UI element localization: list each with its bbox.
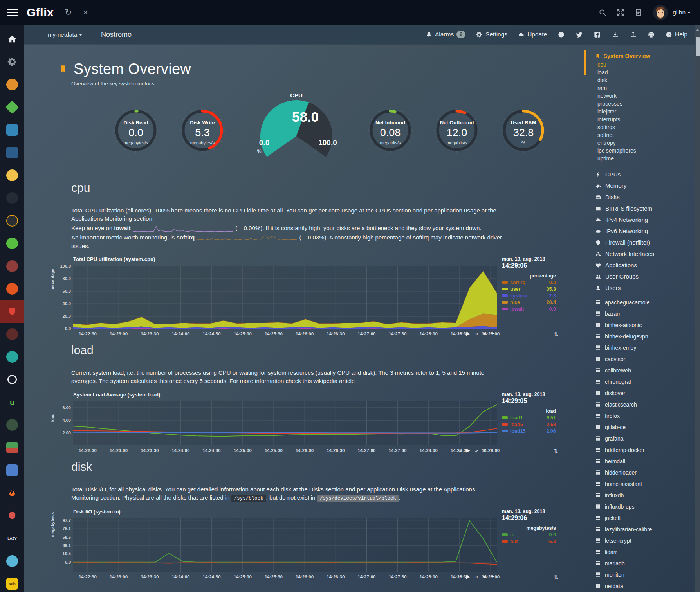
print-button[interactable] — [648, 31, 655, 38]
toc-item-binhex-delugevpn[interactable]: binhex-delugevpn — [584, 331, 698, 342]
toc-item-influxdb[interactable]: influxdb — [584, 489, 698, 501]
sidebar-app-icon-app-15[interactable] — [0, 345, 24, 368]
toc-item-applications[interactable]: Applications — [584, 259, 698, 271]
toc-item-users[interactable]: Users — [584, 282, 698, 293]
toc-item-elasticsearch[interactable]: elasticsearch — [584, 399, 698, 410]
legend-row-out[interactable]: out-5.3 — [502, 539, 556, 544]
user-avatar[interactable] — [653, 5, 668, 20]
toc-item-netdata[interactable]: netdata — [584, 580, 698, 592]
toc-item-network-interfaces[interactable]: Network Interfaces — [584, 248, 698, 259]
app-21-icon[interactable] — [0, 482, 24, 504]
toc-item-btrfs-filesystem[interactable]: BTRFS filesystem — [584, 203, 698, 214]
zoom-out-icon[interactable]: − — [491, 447, 494, 453]
sidebar-app-icon-app-19[interactable] — [0, 436, 24, 459]
sidebar-app-icon-app-5[interactable] — [0, 119, 24, 141]
legend-row-user[interactable]: user35.3 — [502, 286, 556, 292]
sidebar-app-icon-app-11[interactable] — [0, 255, 24, 277]
legend-row-softirq[interactable]: softirq0.0 — [502, 280, 556, 285]
zoom-out-icon[interactable]: − — [491, 331, 494, 336]
twitter-button[interactable] — [576, 31, 583, 38]
toc-item-user-groups[interactable]: User Groups — [584, 271, 698, 282]
sidebar-app-icon-app-10[interactable] — [0, 232, 24, 255]
toc-item-binhex-emby[interactable]: binhex-emby — [584, 342, 698, 353]
legend-row-iowait[interactable]: iowait0.0 — [502, 306, 556, 312]
toc-item-hddtemp-docker[interactable]: hddtemp-docker — [584, 444, 698, 455]
play-icon[interactable]: ▶ — [466, 331, 470, 336]
gauge-disk-read[interactable]: Disk Read0.0megabytes/s — [106, 108, 165, 178]
pan-forward-icon[interactable]: » — [475, 447, 478, 453]
zoom-out-icon[interactable]: − — [491, 574, 494, 579]
toc-item-system-overview[interactable]: System Overview — [584, 53, 698, 59]
legend-row-nice[interactable]: nice20.4 — [502, 300, 556, 305]
toc-item-ipv6-networking[interactable]: IPv6 Networking — [584, 225, 698, 237]
toc-item-interrupts[interactable]: interrupts — [597, 116, 698, 124]
changelog-icon[interactable] — [634, 8, 643, 17]
facebook-button[interactable] — [594, 31, 601, 38]
legend-row-load5[interactable]: load52.68 — [502, 422, 556, 427]
toc-item-processes[interactable]: processes — [597, 101, 698, 108]
server-dropdown[interactable]: my-netdata — [48, 31, 82, 38]
sidebar-app-icon-app-20[interactable] — [0, 459, 24, 482]
hamburger-menu-icon[interactable] — [7, 9, 18, 16]
refresh-icon[interactable]: ↻ — [65, 8, 72, 17]
toc-item-apacheguacamole[interactable]: apacheguacamole — [584, 297, 698, 308]
sidebar-app-icon-app-8[interactable] — [0, 187, 24, 209]
toc-item-grafana[interactable]: grafana — [584, 433, 698, 444]
import-button[interactable] — [630, 31, 637, 38]
toc-item-idlejitter[interactable]: idlejitter — [597, 108, 698, 116]
legend-row-load15[interactable]: load152.06 — [502, 428, 556, 434]
sidebar-app-icon-app-17[interactable]: u — [0, 391, 24, 414]
toc-item-cpus[interactable]: CPUs — [584, 169, 698, 180]
toc-item-letsencrypt[interactable]: letsencrypt — [584, 535, 698, 546]
toc-item-heimdall[interactable]: heimdall — [584, 455, 698, 467]
home-icon[interactable] — [0, 28, 24, 50]
username-menu[interactable]: gilbn — [673, 9, 691, 16]
settings-icon[interactable] — [0, 50, 24, 73]
legend-row-in[interactable]: in0.0 — [502, 532, 556, 538]
toc-item-ipc-semaphores[interactable]: ipc semaphores — [597, 148, 698, 155]
gauge-net-inbound[interactable]: Net Inbound0.08megabits/s — [361, 108, 420, 178]
toc-item-ram[interactable]: ram — [597, 85, 698, 93]
host-name[interactable]: Nostromo — [101, 31, 132, 39]
toc-item-load[interactable]: load — [597, 69, 698, 77]
disk-chart-plot-area[interactable]: 97.778.158.639.119.50.014:22:3014:23:001… — [52, 516, 500, 581]
toc-item-gitlab-ce[interactable]: gitlab-ce — [584, 421, 698, 433]
app-22-icon[interactable] — [0, 504, 24, 527]
app-13-icon[interactable] — [0, 300, 24, 323]
load-chart[interactable]: System Load Average (system.load)load6.0… — [52, 392, 561, 455]
load-chart-plot-area[interactable]: 6.004.002.0014:22:3014:23:0014:23:3014:2… — [52, 399, 500, 455]
gauge-used-ram[interactable]: Used RAM32.8% — [494, 108, 553, 178]
github-button[interactable] — [557, 31, 565, 38]
resize-handle-icon[interactable]: ⇅ — [553, 331, 558, 338]
toc-item-mariadb[interactable]: mariadb — [584, 558, 698, 569]
gauge-net-outbound[interactable]: Net Outbound12.0megabits/s — [428, 108, 486, 178]
toc-item-ipv4-networking[interactable]: IPv4 Networking — [584, 214, 698, 225]
toc-item-jackett[interactable]: jackett — [584, 512, 698, 524]
cpu-chart[interactable]: Total CPU utilization (system.cpu)percen… — [52, 256, 561, 338]
toc-item-cadvisor[interactable]: cadvisor — [584, 353, 698, 365]
scrollbar-thumb[interactable] — [696, 37, 700, 56]
fullscreen-icon[interactable] — [616, 8, 625, 17]
toc-item-calibreweb[interactable]: calibreweb — [584, 365, 698, 376]
resize-handle-icon[interactable]: ⇅ — [553, 448, 558, 455]
export-button[interactable] — [612, 31, 619, 38]
pan-forward-icon[interactable]: » — [475, 574, 478, 579]
gauge-disk-write[interactable]: Disk Write5.3megabytes/s — [173, 108, 232, 178]
zoom-in-icon[interactable]: + — [483, 447, 486, 453]
resize-handle-icon[interactable]: ⇅ — [553, 574, 558, 581]
pan-backward-icon[interactable]: « — [458, 574, 461, 579]
toc-item-firewall-netfilter-[interactable]: Firewall (netfilter) — [584, 237, 698, 248]
toc-item-entropy[interactable]: entropy — [597, 140, 698, 148]
close-tab-icon[interactable]: × — [83, 8, 88, 17]
toc-item-influxdb-ups[interactable]: influxdb-ups — [584, 501, 698, 512]
sidebar-app-icon-app-3[interactable] — [0, 73, 24, 96]
sidebar-app-icon-app-25[interactable]: sab — [0, 572, 24, 592]
sidebar-app-icon-app-23[interactable]: LAZY — [0, 527, 24, 550]
play-icon[interactable]: ▶ — [466, 574, 470, 579]
pan-backward-icon[interactable]: « — [458, 447, 461, 453]
toc-item-uptime[interactable]: uptime — [597, 155, 698, 163]
toc-item-monitorr[interactable]: monitorr — [584, 569, 698, 580]
toc-item-home-assistant[interactable]: home-assistant — [584, 478, 698, 489]
pan-backward-icon[interactable]: « — [458, 331, 461, 336]
legend-row-system[interactable]: system2.3 — [502, 293, 556, 299]
